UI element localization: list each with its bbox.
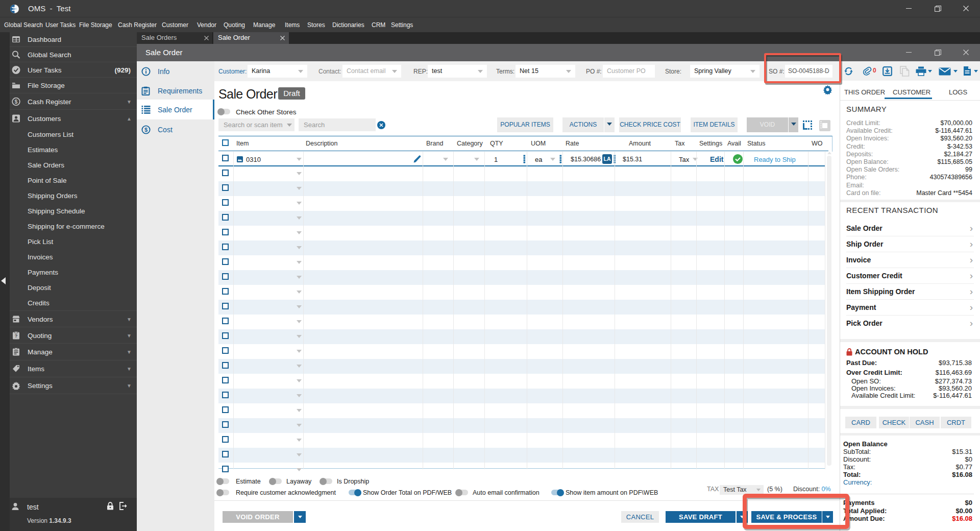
svg-text:$: $	[15, 98, 18, 104]
svg-text:?: ?	[15, 333, 18, 339]
svg-text:$: $	[144, 127, 148, 133]
